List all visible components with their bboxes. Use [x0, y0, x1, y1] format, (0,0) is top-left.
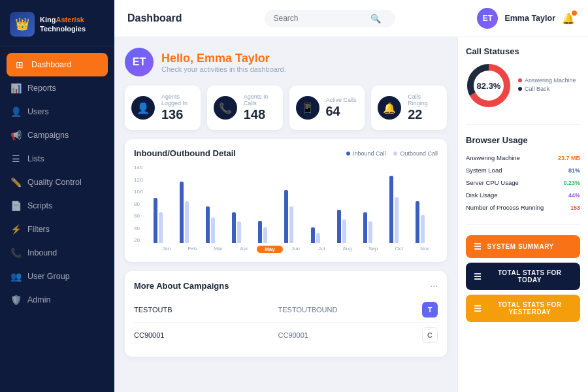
donut-legend: Answering Machine Call Back	[518, 77, 576, 94]
sidebar-item-label: Lists	[27, 154, 44, 163]
dashboard-icon: ⊞	[14, 59, 25, 70]
bar-outbound	[316, 233, 320, 243]
x-axis-label: Jun	[283, 246, 309, 253]
bar-group	[389, 176, 412, 243]
welcome-avatar: ET	[125, 48, 154, 76]
stat-label: Calls Ringing	[408, 93, 440, 106]
sidebar-item-user-group[interactable]: 👥 User Group	[0, 265, 114, 288]
logo-icon: 👑	[10, 12, 35, 37]
x-axis-label: Feb	[180, 246, 206, 253]
sidebar-item-label: Inbound	[27, 248, 57, 257]
donut-chart: 82.3%	[466, 63, 512, 108]
campaign-type: TESTOUTBOUND	[278, 306, 423, 314]
bar-inbound	[337, 210, 341, 243]
inbound-dot	[346, 152, 350, 155]
system-summary-button[interactable]: ☰ SYSTEM SUMMARY	[466, 235, 580, 258]
stat-icon-calls-ringing: 🔔	[378, 96, 401, 120]
search-bar[interactable]: 🔍	[265, 10, 395, 27]
total-today-icon: ☰	[474, 272, 482, 282]
campaigns-header: More About Campaigns ···	[134, 280, 438, 291]
campaigns-icon: 📢	[10, 130, 21, 140]
stats-row: 👤 Agents Logged In 136 📞 Agents in Calls…	[125, 86, 447, 130]
bar-group	[232, 212, 254, 243]
sidebar-item-label: Dashboard	[31, 60, 71, 69]
browser-usage: Browser Usage Answering Machine 23.7 MB …	[466, 135, 580, 214]
sidebar-item-lists[interactable]: ☰ Lists	[0, 147, 114, 171]
sidebar-item-filters[interactable]: ⚡ Filters	[0, 218, 114, 241]
donut-value: 82.3%	[477, 81, 501, 91]
stat-card-agents-calls: 📞 Agents in Calls 148	[207, 86, 283, 130]
x-axis-label: Apr	[231, 246, 257, 253]
bar-outbound	[263, 227, 267, 243]
sidebar-item-users[interactable]: 👤 Users	[0, 100, 114, 123]
sidebar-item-label: User Group	[27, 272, 70, 281]
bar-outbound	[421, 215, 425, 243]
welcome-subtitle: Check your activities in this dashboard.	[161, 65, 286, 73]
browser-row: Answering Machine 23.7 MB	[466, 152, 580, 164]
divider	[466, 224, 580, 225]
x-axis-label: Jul	[308, 246, 335, 253]
y-axis: 140 120 100 80 60 40 20	[134, 165, 142, 243]
campaign-badge[interactable]: C	[422, 327, 438, 343]
sidebar-item-quality-control[interactable]: ✏️ Quality Control	[0, 171, 114, 194]
bell-button[interactable]: 🔔	[562, 12, 575, 25]
sidebar-item-campaigns[interactable]: 📢 Campaigns	[0, 123, 114, 147]
sidebar-item-label: Campaigns	[27, 131, 69, 140]
bar-group	[311, 227, 333, 243]
sidebar-item-dashboard[interactable]: ⊞ Dashboard	[7, 53, 108, 76]
legend-outbound: Outbound Call	[393, 150, 438, 157]
reports-icon: 📊	[10, 83, 21, 93]
campaign-badge[interactable]: T	[422, 302, 438, 318]
x-axis: JanFebMarAprMayJunJulAugSepOctNov	[134, 246, 438, 253]
sidebar-logo: 👑 KingAsteriskTechnologies	[0, 0, 114, 46]
stat-info: Agents in Calls 148	[244, 93, 276, 122]
bar-outbound	[395, 197, 399, 243]
stat-card-active-calls: 📱 Active Calls 64	[289, 86, 365, 130]
admin-icon: 🛡️	[10, 295, 21, 305]
center-panel: ET Hello, Emma Taylor Check your activit…	[114, 37, 457, 392]
chart-title: Inbound/Outbound Detail	[134, 148, 236, 158]
users-icon: 👤	[10, 106, 21, 117]
bar-group	[416, 201, 438, 243]
campaign-name: CC90001	[134, 331, 278, 339]
stat-info: Active Calls 64	[326, 97, 357, 119]
chart-header: Inbound/Outbound Detail Inbound Call Out…	[134, 148, 438, 158]
chart-container: 140 120 100 80 60 40 20 JanFebMarAprMayJ…	[134, 165, 438, 253]
campaigns-title: More About Campaigns	[134, 281, 229, 291]
filters-icon: ⚡	[10, 224, 21, 235]
inbound-icon: 📞	[10, 248, 21, 258]
logo-text: KingAsteriskTechnologies	[40, 15, 86, 34]
stat-card-calls-ringing: 🔔 Calls Ringing 22	[371, 86, 447, 130]
sidebar-item-inbound[interactable]: 📞 Inbound	[0, 241, 114, 265]
header-user: ET Emma Taylor 🔔	[477, 8, 575, 29]
x-axis-label: Aug	[335, 246, 361, 253]
sidebar-item-reports[interactable]: 📊 Reports	[0, 76, 114, 100]
bar-outbound	[185, 201, 189, 243]
bar-outbound	[368, 221, 372, 243]
search-input[interactable]	[274, 14, 365, 23]
campaign-type: CC90001	[278, 331, 423, 339]
bar-inbound	[363, 212, 367, 243]
bar-group	[363, 212, 385, 243]
total-yesterday-button[interactable]: ☰ TOTAL STATS FOR YESTERDAY	[466, 295, 580, 322]
sidebar-item-scripts[interactable]: 📄 Scripts	[0, 194, 114, 218]
user-name: Emma Taylor	[504, 14, 555, 23]
total-today-button[interactable]: ☰ TOTAL STATS FOR TODAY	[466, 263, 580, 290]
sidebar-item-label: Reports	[27, 84, 56, 93]
content-area: ET Hello, Emma Taylor Check your activit…	[114, 37, 588, 392]
answering-machine-label: Answering Machine	[525, 77, 576, 84]
bar-outbound	[342, 220, 346, 243]
more-dots-button[interactable]: ···	[430, 280, 438, 291]
action-buttons: ☰ SYSTEM SUMMARY ☰ TOTAL STATS FOR TODAY…	[466, 235, 580, 322]
search-icon[interactable]: 🔍	[370, 14, 381, 24]
right-panel: Call Statuses 82.3%	[457, 37, 588, 392]
stat-info: Calls Ringing 22	[408, 93, 440, 122]
x-axis-label: May	[257, 246, 283, 253]
sidebar-item-admin[interactable]: 🛡️ Admin	[0, 288, 114, 312]
bar-group	[206, 206, 228, 243]
app-container: 👑 KingAsteriskTechnologies ⊞ Dashboard 📊…	[0, 0, 588, 392]
main-content: Dashboard 🔍 ET Emma Taylor 🔔 ET	[114, 0, 588, 392]
bar-inbound	[180, 182, 184, 243]
browser-usage-title: Browser Usage	[466, 135, 580, 145]
campaign-row: CC90001 CC90001 C	[134, 323, 438, 348]
